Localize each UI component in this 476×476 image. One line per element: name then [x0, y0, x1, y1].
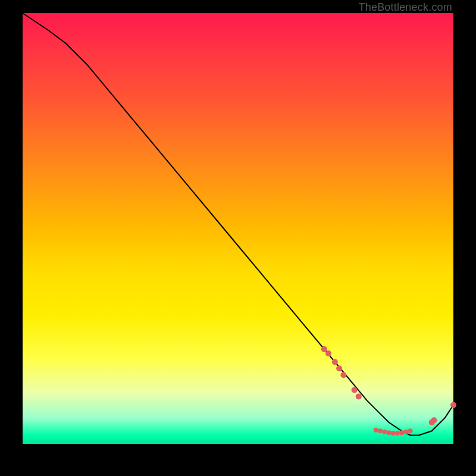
- data-point: [450, 402, 456, 408]
- data-point: [356, 393, 362, 399]
- data-point: [403, 430, 408, 434]
- data-point: [386, 430, 391, 435]
- data-point: [395, 431, 400, 436]
- watermark-text: TheBottleneck.com: [359, 1, 452, 14]
- data-point: [391, 431, 396, 436]
- data-point: [332, 359, 338, 365]
- data-point: [378, 428, 383, 433]
- data-point: [431, 417, 437, 423]
- data-point: [382, 430, 387, 434]
- data-point: [336, 365, 342, 371]
- chart-svg: [23, 13, 453, 444]
- data-point: [325, 350, 331, 356]
- data-point: [352, 387, 358, 393]
- data-point: [374, 428, 378, 433]
- data-point: [408, 428, 413, 433]
- data-point: [340, 372, 346, 378]
- data-point: [399, 430, 404, 435]
- data-point: [321, 346, 327, 352]
- curve-line: [23, 13, 453, 436]
